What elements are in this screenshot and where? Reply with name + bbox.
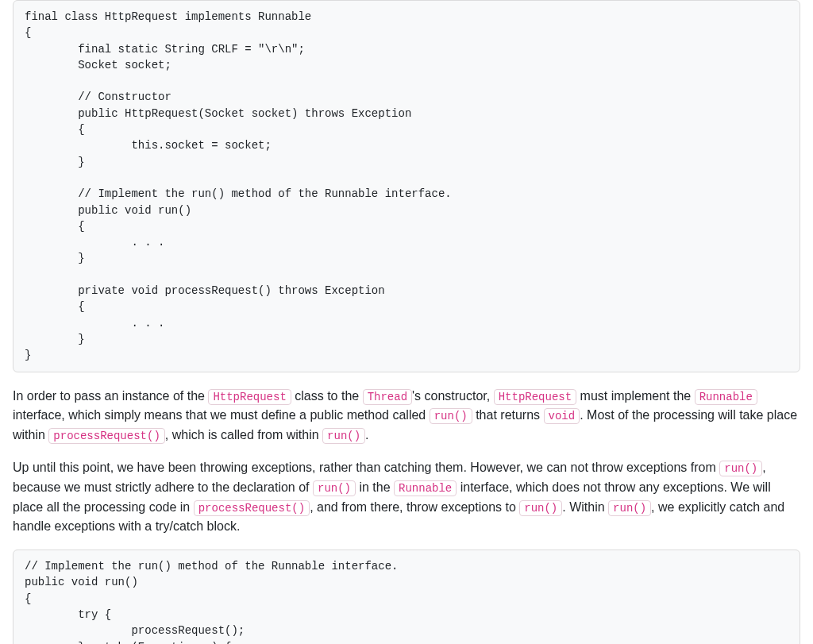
inline-code: HttpRequest xyxy=(208,389,291,405)
paragraph-2: Up until this point, we have been throwi… xyxy=(13,458,800,537)
text: , which is called from within xyxy=(165,428,322,442)
code-block-httprequest-class: final class HttpRequest implements Runna… xyxy=(13,0,800,372)
text: interface, which simply means that we mu… xyxy=(13,408,430,422)
inline-code: HttpRequest xyxy=(494,389,576,405)
inline-code: run() xyxy=(313,480,356,496)
inline-code: run() xyxy=(608,500,651,516)
text: must implement the xyxy=(576,389,695,403)
inline-code: run() xyxy=(430,408,472,424)
inline-code: Runnable xyxy=(394,480,457,496)
text: In order to pass an instance of the xyxy=(13,389,208,403)
inline-code: run() xyxy=(719,461,762,476)
inline-code: void xyxy=(544,408,580,424)
text: in the xyxy=(356,480,394,494)
inline-code: run() xyxy=(519,500,562,516)
inline-code: processRequest() xyxy=(48,428,164,444)
text: , and from there, throw exceptions to xyxy=(310,500,519,514)
inline-code: run() xyxy=(322,428,365,444)
code-block-run-method: // Implement the run() method of the Run… xyxy=(13,550,800,644)
document-page: final class HttpRequest implements Runna… xyxy=(0,0,813,644)
inline-code: Runnable xyxy=(695,389,757,405)
inline-code: processRequest() xyxy=(194,500,310,516)
inline-code: Thread xyxy=(363,389,412,405)
text: . xyxy=(365,428,368,442)
text: that returns xyxy=(472,408,544,422)
text: . Within xyxy=(562,500,608,514)
text: 's constructor, xyxy=(412,389,494,403)
text: Up until this point, we have been throwi… xyxy=(13,461,719,474)
paragraph-1: In order to pass an instance of the Http… xyxy=(13,387,800,445)
text: class to the xyxy=(291,389,363,403)
